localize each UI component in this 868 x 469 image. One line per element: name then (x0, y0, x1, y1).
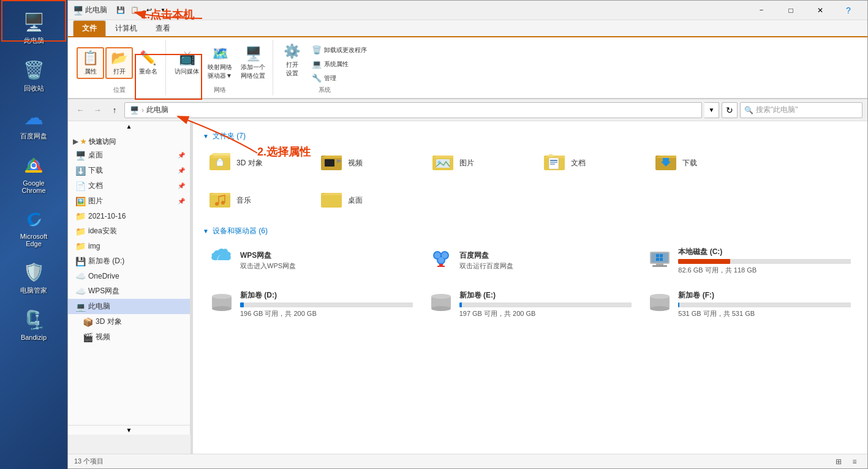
help-button[interactable]: ? (834, 1, 862, 20)
wps-drive-icon (209, 246, 234, 276)
nav-quick-access-header[interactable]: ▶ ★ 快速访问 (68, 133, 190, 148)
drive-item-wps[interactable]: WPS网盘 双击进入WPS网盘 (203, 240, 420, 281)
drives-section-header[interactable]: ▼ 设备和驱动器 (6) (203, 226, 858, 236)
tab-file[interactable]: 文件 (73, 20, 106, 36)
desktop-icon-this-pc[interactable]: 🖥️ 此电脑 (9, 6, 58, 49)
btn-access-media[interactable]: 📺 访问媒体 (171, 48, 203, 78)
nav-item-video[interactable]: 🎬 视频 (68, 329, 190, 345)
minimize-button[interactable]: － (747, 1, 776, 20)
forward-button[interactable]: → (90, 103, 105, 118)
map-label: 映射网络驱动器▼ (208, 63, 232, 80)
close-button[interactable]: ✕ (806, 1, 834, 20)
manage-icon: 🔧 (312, 73, 322, 83)
d-drive-sub: 196 GB 可用，共 200 GB (240, 309, 413, 318)
btn-open[interactable]: 📂 打开 (105, 47, 133, 79)
sys-props-label: 系统属性 (324, 60, 349, 69)
qt-properties-button[interactable]: 📋 (129, 5, 141, 16)
drive-item-d[interactable]: 新加卷 (D:) 196 GB 可用，共 200 GB (203, 283, 420, 325)
folder-item-docs[interactable]: 文档 (537, 145, 647, 181)
nav-item-wps[interactable]: ☁️ WPS网盘 (68, 283, 190, 299)
uninstall-icon: 🗑️ (312, 45, 322, 54)
view-large-icon-button[interactable]: ⊞ (832, 456, 845, 467)
nav-item-this-pc[interactable]: 💻 此电脑 (68, 299, 190, 314)
nav-item-pictures[interactable]: 🖼️ 图片 📌 (68, 193, 190, 209)
drive-item-c[interactable]: 本地磁盘 (C:) 82.6 GB 可用，共 118 GB (641, 240, 858, 281)
d-drive-bar-fill (240, 302, 244, 307)
folder-item-download[interactable]: 下载 (649, 145, 759, 181)
baidu-icon: ☁ (21, 105, 46, 130)
f-drive-icon (647, 289, 672, 319)
nav-item-img[interactable]: 📁 img (68, 239, 190, 253)
wps-drive-sub: 双击进入WPS网盘 (240, 261, 413, 271)
nav-scroll-down[interactable]: ▼ (68, 425, 191, 435)
nav-item-new-vol-d[interactable]: 💾 新加卷 (D:) (68, 253, 190, 269)
f-drive-bar-bg (678, 302, 851, 307)
search-box[interactable]: 🔍 搜索"此电脑" (740, 102, 862, 118)
btn-rename[interactable]: ✏️ 重命名 (134, 48, 162, 78)
drive-item-e[interactable]: 新加卷 (E:) 197 GB 可用，共 200 GB (422, 283, 639, 325)
view-list-button[interactable]: ≡ (848, 456, 861, 467)
qt-customize-button[interactable]: ▼ (157, 5, 169, 16)
nav-item-download[interactable]: ⬇️ 下载 📌 (68, 163, 190, 178)
nav-item-onedrive[interactable]: ☁️ OneDrive (68, 269, 190, 283)
wps-nav-icon: ☁️ (75, 287, 86, 296)
folder-item-music[interactable]: 音乐 (203, 182, 313, 219)
svg-rect-34 (652, 265, 667, 267)
ribbon: 文件 计算机 查看 📋 属性 📂 打开 ✏️ 重命名 (68, 20, 867, 99)
system-group-label: 系统 (319, 86, 331, 94)
svg-rect-35 (656, 254, 659, 257)
desktop-icon-pcmanager[interactable]: 🛡️ 电脑管家 (9, 256, 58, 299)
svg-rect-13 (549, 158, 559, 169)
btn-map-network[interactable]: 🗺️ 映射网络驱动器▼ (204, 43, 236, 83)
tab-computer[interactable]: 计算机 (106, 20, 146, 36)
folders-grid: 3D 对象 视频 (203, 145, 858, 219)
settings-label: 打开设置 (286, 61, 298, 78)
desktop-icon-edge[interactable]: Microsoft Edge (9, 203, 58, 251)
btn-add-location[interactable]: 🖥️ 添加一个网络位置 (237, 43, 269, 83)
back-button[interactable]: ← (73, 103, 88, 118)
desktop-icon-bandizip[interactable]: 🗜️ Bandizip (9, 304, 58, 345)
btn-manage[interactable]: 🔧 管理 (308, 72, 371, 84)
folder-item-3d[interactable]: 3D 对象 (203, 145, 313, 181)
folder-item-video[interactable]: 视频 (314, 145, 425, 181)
f-drive-info: 新加卷 (F:) 531 GB 可用，共 531 GB (678, 290, 851, 318)
tab-view[interactable]: 查看 (146, 20, 179, 36)
nav-item-docs[interactable]: 📄 文档 📌 (68, 178, 190, 193)
svg-rect-37 (656, 258, 659, 261)
drive-item-f[interactable]: 新加卷 (F:) 531 GB 可用，共 531 GB (641, 283, 858, 325)
qt-undo-button[interactable]: ↩ (143, 5, 155, 16)
desktop-icon-recycle[interactable]: 🗑️ 回收站 (9, 54, 58, 97)
nav-item-2021[interactable]: 📁 2021-10-16 (68, 209, 190, 223)
refresh-button[interactable]: ↻ (722, 102, 738, 118)
nav-scroll-up[interactable]: ▲ (68, 121, 191, 131)
btn-open-settings[interactable]: ⚙️ 打开设置 (278, 41, 306, 80)
explorer-window: 🖥️ 此电脑 💾 📋 ↩ ▼ － □ ✕ ? 文件 计算机 查看 (67, 0, 868, 469)
baidu-drive-info: 百度网盘 双击运行百度网盘 (459, 250, 632, 271)
address-dropdown[interactable]: ▼ (704, 102, 719, 118)
desktop-icon-baidu[interactable]: ☁ 百度网盘 (9, 102, 58, 144)
manage-label: 管理 (324, 74, 336, 83)
up-button[interactable]: ↑ (107, 103, 122, 118)
folders-section-header[interactable]: ▼ 文件夹 (7) (203, 131, 858, 141)
d-drive-bar-bg (240, 302, 413, 307)
folder-item-desktop[interactable]: 桌面 (314, 182, 425, 219)
ribbon-group-network: 📺 访问媒体 🗺️ 映射网络驱动器▼ 🖥️ 添加一个网络位置 网络 (167, 40, 273, 96)
e-drive-sub: 197 GB 可用，共 200 GB (459, 309, 632, 318)
nav-item-desktop[interactable]: 🖥️ 桌面 📌 (68, 148, 190, 163)
nav-item-idea[interactable]: 📁 idea安装 (68, 223, 190, 239)
btn-sys-props[interactable]: 💻 系统属性 (308, 58, 371, 70)
nav-item-3d[interactable]: 📦 3D 对象 (68, 314, 190, 329)
address-path[interactable]: 🖥️ › 此电脑 (124, 102, 702, 118)
folder-download-icon (654, 149, 677, 177)
folder-video-icon (320, 149, 343, 177)
map-icon: 🗺️ (212, 46, 228, 62)
desktop-icon-chrome[interactable]: Google Chrome (9, 149, 58, 198)
btn-properties[interactable]: 📋 属性 (77, 47, 104, 79)
folders-section-label: 文件夹 (7) (213, 131, 246, 141)
qt-save-button[interactable]: 💾 (115, 5, 127, 16)
maximize-button[interactable]: □ (777, 1, 805, 20)
search-icon: 🔍 (744, 106, 753, 114)
folder-item-picture[interactable]: 图片 (426, 145, 536, 181)
drive-item-baidu[interactable]: 百度网盘 双击运行百度网盘 (422, 240, 639, 281)
btn-uninstall[interactable]: 🗑️ 卸载或更改程序 (308, 43, 371, 56)
